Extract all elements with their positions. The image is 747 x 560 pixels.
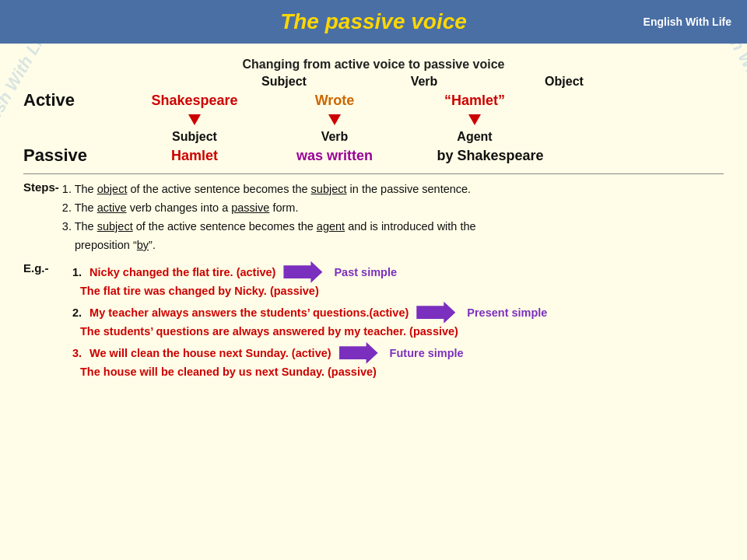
steps-label: Steps- [23, 180, 59, 194]
divider [23, 173, 724, 174]
eg-item-1: 1. Nicky changed the flat tire. (active)… [72, 261, 724, 298]
eg-active-3: We will clean the house next Sunday. (ac… [89, 347, 331, 359]
eg-num-3: 3. [72, 347, 82, 359]
right-arrow-3 [339, 342, 378, 364]
active-row: Active Shakespeare Wrote “Hamlet” [23, 90, 724, 110]
eg-items: 1. Nicky changed the flat tire. (active)… [72, 261, 724, 383]
active-label: Active [23, 90, 124, 110]
eg-item-2: 2. My teacher always answers the student… [72, 302, 724, 338]
tense-3: Future simple [390, 347, 464, 359]
brand-label: English With Life [644, 16, 731, 28]
passive-columns-header: Subject Verb Agent [23, 130, 724, 144]
eg-num-1: 1. [72, 266, 82, 278]
eg-active-row-3: 3. We will clean the house next Sunday. … [72, 342, 724, 364]
eg-active-1: Nicky changed the flat tire. (active) [89, 266, 275, 278]
tense-1: Past simple [334, 266, 397, 278]
passive-col-agent: Agent [405, 130, 545, 144]
steps-list: 1. The object of the active sentence bec… [62, 180, 476, 255]
passive-was-written: was written [265, 148, 405, 164]
down-arrow-2 [328, 114, 341, 125]
active-shakespeare: Shakespeare [124, 93, 265, 109]
passive-row: Passive Hamlet was written by Shakespear… [23, 145, 724, 166]
active-values: Shakespeare Wrote “Hamlet” [124, 93, 545, 109]
eg-num-2: 2. [72, 306, 82, 319]
step-2: 2. The active verb changes into a passiv… [62, 199, 476, 218]
passive-by-shakespeare: by Shakespeare [405, 148, 576, 164]
page-title: The passive voice [280, 9, 467, 34]
eg-item-3: 3. We will clean the house next Sunday. … [72, 342, 724, 379]
eg-passive-line-2: The students’ questions are always answe… [80, 325, 458, 338]
eg-passive-2: The students’ questions are always answe… [72, 324, 724, 338]
eg-label: E.g.- [23, 261, 66, 275]
subtitle: Changing from active voice to passive vo… [23, 58, 724, 72]
header: The passive voice English With Life [0, 0, 747, 44]
eg-active-row-1: 1. Nicky changed the flat tire. (active)… [72, 261, 724, 283]
eg-passive-line-3: The house will be cleaned by us next Sun… [80, 366, 377, 378]
arrow-verb [265, 114, 405, 128]
eg-passive-1: The flat tire was changed by Nicky. (pas… [72, 284, 724, 298]
eg-active-2: My teacher always answers the students’ … [89, 306, 409, 319]
arrows-section [23, 114, 724, 128]
passive-hamlet: Hamlet [124, 148, 265, 164]
eg-active-row-2: 2. My teacher always answers the student… [72, 302, 724, 324]
eg-passive-line-1: The flat tire was changed by Nicky. (pas… [80, 285, 319, 297]
arrow-object [405, 114, 545, 128]
eg-intro: E.g.- 1. Nicky changed the flat tire. (a… [23, 261, 724, 383]
step-3: 3. The subject of the active sentence be… [62, 218, 476, 255]
eg-passive-3: The house will be cleaned by us next Sun… [72, 365, 724, 379]
tense-2: Present simple [467, 306, 547, 319]
arrow-subject [124, 114, 265, 128]
examples-section: E.g.- 1. Nicky changed the flat tire. (a… [23, 261, 724, 383]
active-wrote: Wrote [265, 93, 405, 109]
main-content: English With Life English With Life Chan… [0, 44, 747, 560]
passive-col-subject: Subject [124, 130, 265, 144]
passive-col-verb: Verb [265, 130, 405, 144]
step-1: 1. The object of the active sentence bec… [62, 180, 476, 199]
right-arrow-2 [416, 302, 455, 324]
col-object: Object [494, 75, 634, 89]
steps-section: Steps- 1. The object of the active sente… [23, 180, 724, 255]
col-verb: Verb [354, 75, 494, 89]
passive-values: Hamlet was written by Shakespeare [124, 148, 576, 164]
active-hamlet: “Hamlet” [405, 93, 545, 109]
active-columns-header: Subject Verb Object [23, 75, 724, 89]
down-arrow-3 [468, 114, 481, 125]
down-arrow-1 [188, 114, 201, 125]
col-subject: Subject [214, 75, 354, 89]
passive-label: Passive [23, 145, 124, 166]
right-arrow-1 [283, 261, 322, 283]
